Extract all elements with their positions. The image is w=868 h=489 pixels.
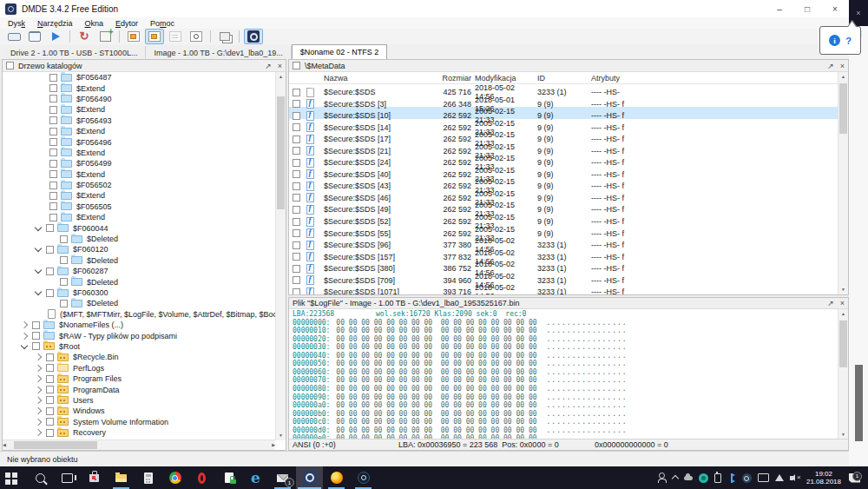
view-folders-button[interactable] — [124, 29, 143, 44]
table-row[interactable]: $Secure:$SDS [40]262 5922005-02-15 21:33… — [289, 166, 838, 178]
tree-item[interactable]: ($MFT, $MFTMirr, $LogFile, $Volume, $Att… — [3, 309, 275, 320]
checkbox[interactable] — [46, 354, 54, 361]
tree-item[interactable]: $F056499 — [3, 158, 275, 169]
chevron-right-icon[interactable] — [35, 429, 42, 436]
table-row[interactable]: $Secure:$SDS [17]262 5922005-02-15 21:33… — [289, 130, 838, 142]
table-row[interactable]: $Secure:$SDS [52]262 5922005-02-15 21:33… — [289, 213, 838, 225]
tree-item[interactable]: $Root — [3, 341, 275, 352]
table-row[interactable]: $Secure:$SDS [10]262 5922005-02-15 21:33… — [289, 107, 838, 119]
checkbox[interactable] — [293, 276, 300, 284]
checkbox[interactable] — [49, 106, 57, 114]
tree-panel-maximize-icon[interactable]: ↗ — [265, 62, 272, 70]
tree-item[interactable]: $Recycle.Bin — [3, 352, 275, 362]
table-row[interactable]: $Secure:$SDS [3]266 3482018-05-01 15:269… — [289, 96, 838, 108]
checkbox[interactable] — [46, 429, 54, 437]
checkbox[interactable] — [293, 206, 300, 214]
hex-row[interactable]: 00000070:00 00 00 00 00 00 00 00 00 00 0… — [293, 376, 838, 385]
column-header-attrs[interactable]: Atrybuty — [591, 74, 838, 83]
checkbox[interactable] — [46, 246, 54, 254]
checkbox[interactable] — [49, 214, 57, 221]
tree-vertical-scrollbar[interactable]: ▲ ▼ — [275, 72, 286, 440]
hex-row[interactable]: 000000b0:00 00 00 00 00 00 00 00 00 00 0… — [293, 410, 838, 419]
question-icon[interactable]: ? — [845, 36, 852, 46]
hex-row[interactable]: 00000010:00 00 00 00 00 00 00 00 00 00 0… — [293, 327, 838, 335]
chevron-right-icon[interactable] — [35, 418, 42, 425]
checkbox[interactable] — [46, 268, 54, 275]
table-vertical-scrollbar[interactable]: ▲ ▼ — [838, 72, 848, 294]
table-row[interactable]: $Secure:$SDS [46]262 5922005-02-15 21:33… — [289, 189, 838, 202]
checkbox[interactable] — [293, 265, 300, 273]
taskbar-search[interactable] — [27, 466, 54, 489]
checkbox[interactable] — [49, 138, 57, 146]
chevron-right-icon[interactable] — [35, 397, 42, 404]
tree-item[interactable]: $Extend — [3, 148, 275, 158]
tree-item[interactable]: Program Files — [3, 373, 275, 384]
view-search-button[interactable] — [187, 29, 206, 44]
checkbox[interactable] — [49, 116, 57, 124]
column-header-modified[interactable]: Modyfikacja — [475, 74, 534, 83]
tab[interactable]: Image - 1.00 TB - G:\dev1_lba0_19... — [146, 46, 291, 59]
tree-item[interactable]: $F060300 — [3, 287, 275, 298]
tree-item[interactable]: $F056487 — [3, 72, 275, 83]
minimize-button[interactable]: – — [766, 0, 793, 17]
checkbox[interactable] — [49, 170, 57, 178]
checkbox[interactable] — [293, 218, 300, 226]
tree-item[interactable]: $Deleted — [3, 234, 275, 244]
menu-item[interactable]: Pomoc — [144, 19, 181, 28]
chevron-right-icon[interactable] — [35, 386, 42, 393]
taskbar-start[interactable] — [0, 466, 27, 489]
chevron-right-icon[interactable] — [21, 332, 28, 339]
chevron-down-icon[interactable] — [35, 288, 42, 295]
table-row[interactable]: $Secure:$SDS [24]262 5922005-02-15 21:33… — [289, 154, 838, 166]
menu-item[interactable]: Okna — [79, 19, 110, 28]
scroll-up-icon[interactable]: ▲ — [838, 72, 848, 82]
tree-hscrollbar-thumb[interactable] — [14, 441, 97, 449]
dmde-logo-button[interactable] — [244, 29, 263, 44]
cascade-button[interactable] — [215, 29, 234, 44]
taskbar-clock[interactable]: 19:02 21.08.2018 — [806, 470, 841, 486]
checkbox[interactable] — [49, 74, 57, 82]
chevron-right-icon[interactable] — [35, 354, 42, 360]
taskbar-explorer[interactable] — [108, 466, 135, 489]
table-row[interactable]: $Secure:$SDS [14]262 5922005-02-15 21:33… — [289, 119, 838, 131]
hex-row[interactable]: 000000c0:00 00 00 00 00 00 00 00 00 00 0… — [293, 418, 838, 426]
scroll-down-icon[interactable]: ▼ — [276, 431, 286, 440]
checkbox[interactable] — [49, 95, 57, 102]
chevron-down-icon[interactable] — [35, 223, 42, 230]
hex-vertical-scrollbar[interactable]: ▲ ▼ — [838, 309, 848, 439]
checkbox[interactable] — [49, 160, 57, 168]
checkbox[interactable] — [293, 241, 300, 249]
chevron-up-icon[interactable] — [672, 475, 679, 482]
hex-panel-close-icon[interactable]: × — [840, 299, 845, 307]
checkbox[interactable] — [293, 229, 300, 237]
chevron-down-icon[interactable] — [35, 267, 42, 274]
hex-row[interactable]: 00000000:00 00 00 00 00 00 00 00 00 00 0… — [293, 319, 838, 327]
hex-row[interactable]: 00000090:00 00 00 00 00 00 00 00 00 00 0… — [293, 393, 838, 402]
checkbox[interactable] — [293, 170, 300, 178]
add-panel-button[interactable] — [95, 29, 115, 44]
hex-row[interactable]: 000000d0:00 00 00 00 00 00 00 00 00 00 0… — [293, 426, 838, 435]
table-row[interactable]: $Secure:$SDS [43]262 5922005-02-15 21:33… — [289, 177, 838, 189]
checkbox[interactable] — [293, 100, 300, 108]
taskbar-mail[interactable]: 1 — [269, 466, 296, 489]
metadata-panel-maximize-icon[interactable]: ↗ — [827, 62, 834, 70]
checkbox[interactable] — [293, 112, 300, 120]
hex-row[interactable]: 000000a0:00 00 00 00 00 00 00 00 00 00 0… — [293, 401, 838, 410]
taskbar-taskview[interactable] — [54, 466, 81, 489]
scroll-left-icon[interactable]: ◀ — [3, 440, 6, 450]
table-row[interactable]: $Secure:$SDS [49]262 5922005-02-15 21:33… — [289, 201, 838, 213]
checkbox[interactable] — [293, 123, 300, 131]
checkbox[interactable] — [60, 235, 68, 243]
close-button[interactable]: × — [821, 0, 849, 17]
tab[interactable]: $Noname 02 - NTFS 2 — [292, 44, 388, 59]
scroll-up-icon[interactable]: ▲ — [838, 309, 848, 319]
tree-item[interactable]: $Extend — [3, 104, 275, 115]
checkbox[interactable] — [293, 159, 300, 167]
tree-item[interactable]: Windows — [3, 406, 275, 416]
tree-item[interactable]: $F060287 — [3, 266, 275, 276]
checkbox[interactable] — [60, 256, 68, 264]
taskbar-edge[interactable] — [242, 466, 269, 489]
chevron-right-icon[interactable] — [35, 407, 42, 414]
network-icon[interactable] — [684, 476, 693, 480]
wifi-icon[interactable] — [775, 474, 784, 481]
